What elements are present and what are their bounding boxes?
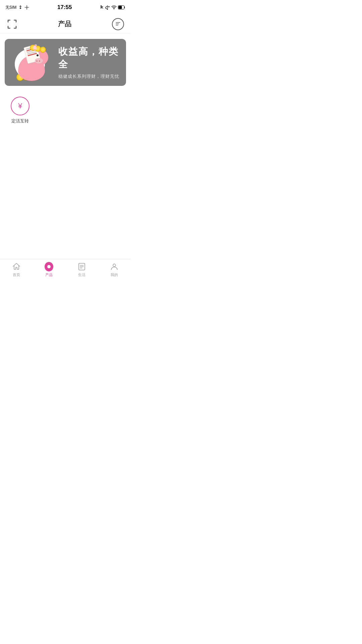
svg-rect-5 bbox=[118, 6, 122, 9]
tab-life-label: 生活 bbox=[78, 272, 85, 277]
scan-button[interactable] bbox=[7, 19, 17, 30]
banner-subtitle: 稳健成长系列理财，理财无忧 bbox=[58, 73, 119, 79]
product-item-dinghuo[interactable]: ¥ 定活互转 bbox=[7, 97, 34, 124]
banner-title: 收益高，种类全 bbox=[58, 45, 119, 71]
mine-icon bbox=[110, 262, 119, 271]
message-button[interactable] bbox=[112, 18, 124, 30]
svg-rect-9 bbox=[16, 20, 16, 22]
carrier-text: 无SIM bbox=[5, 5, 16, 10]
product-section: ¥ 定活互转 bbox=[0, 91, 131, 129]
home-icon bbox=[12, 262, 21, 271]
settings-icon bbox=[24, 5, 29, 10]
yen-icon: ¥ bbox=[18, 102, 22, 110]
status-bar: 无SIM 17:55 bbox=[0, 0, 131, 15]
bluetooth-icon bbox=[100, 5, 104, 10]
tab-product-label: 产品 bbox=[45, 272, 53, 277]
promo-banner[interactable]: 收益高，种类全 稳健成长系列理财，理财无忧 bbox=[5, 39, 126, 86]
status-time: 17:55 bbox=[57, 4, 72, 11]
tab-mine[interactable]: 我的 bbox=[98, 262, 131, 277]
product-tab-icon bbox=[45, 262, 53, 271]
svg-rect-13 bbox=[16, 26, 16, 29]
svg-point-3 bbox=[114, 9, 114, 9]
svg-point-18 bbox=[113, 264, 116, 267]
muted-icon bbox=[105, 5, 110, 10]
content-area: 收益高，种类全 稳健成长系列理财，理财无忧 ¥ 定活互转 bbox=[0, 34, 131, 259]
page-title: 产品 bbox=[58, 19, 71, 29]
status-left: 无SIM bbox=[5, 5, 29, 10]
tab-home-label: 首页 bbox=[13, 272, 20, 277]
svg-rect-11 bbox=[8, 26, 8, 29]
tab-mine-label: 我的 bbox=[111, 272, 118, 277]
life-icon bbox=[77, 262, 86, 271]
banner-text: 收益高，种类全 稳健成长系列理财，理财无忧 bbox=[58, 45, 126, 79]
piggy-icon bbox=[11, 44, 52, 81]
svg-point-0 bbox=[26, 7, 27, 8]
tab-bar: 首页 产品 生活 我的 bbox=[0, 259, 131, 283]
wifi-icon bbox=[111, 5, 117, 9]
tab-product[interactable]: 产品 bbox=[33, 262, 66, 277]
product-icon-circle: ¥ bbox=[11, 97, 29, 115]
product-label: 定活互转 bbox=[11, 118, 29, 124]
banner-illustration bbox=[5, 39, 58, 86]
nav-bar: 产品 bbox=[0, 15, 131, 34]
battery-icon bbox=[118, 5, 125, 9]
svg-rect-7 bbox=[8, 20, 8, 22]
status-right bbox=[100, 5, 125, 10]
usb-icon bbox=[18, 5, 23, 10]
tab-home[interactable]: 首页 bbox=[0, 262, 33, 277]
tab-life[interactable]: 生活 bbox=[65, 262, 98, 277]
